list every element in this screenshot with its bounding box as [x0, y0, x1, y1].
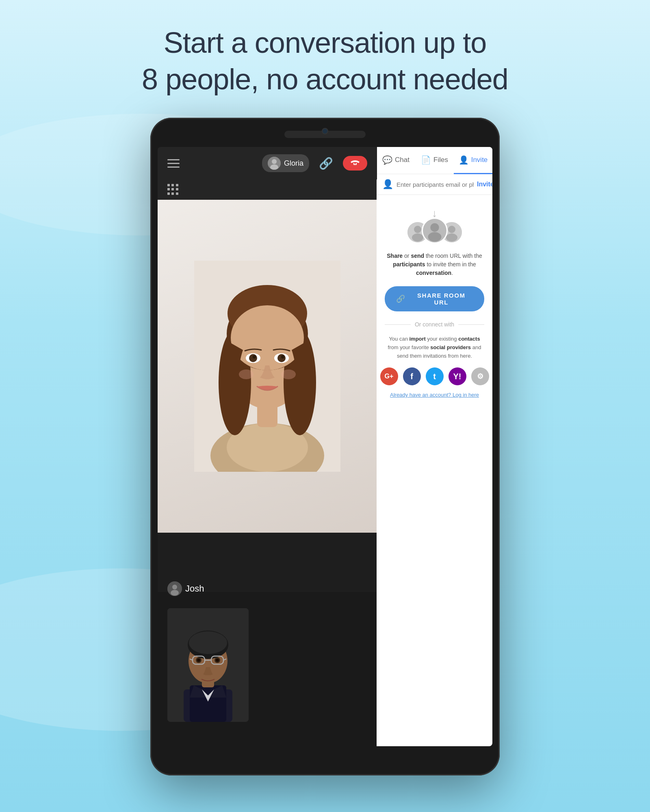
tab-invite[interactable]: 👤 Invite: [454, 147, 492, 174]
more-settings-icon[interactable]: ⚙: [471, 367, 489, 385]
josh-avatar-small: [167, 581, 182, 596]
svg-point-49: [448, 226, 455, 233]
participant-chip: Gloria: [262, 154, 309, 172]
person-circle-center: [422, 218, 448, 244]
share-url-button-label: SHARE ROOM URL: [410, 292, 473, 306]
svg-point-43: [414, 226, 421, 233]
josh-label: Josh: [167, 581, 204, 596]
headline-line1: Start a conversation up to: [0, 24, 650, 61]
sidebar-panel: 💬 Chat 📄 Files 👤 Invite 👤 Invite: [377, 147, 492, 746]
sidebar-tabs: 💬 Chat 📄 Files 👤 Invite: [377, 147, 492, 174]
tablet-device: Gloria 🔗: [150, 118, 500, 775]
tablet-camera: [322, 128, 328, 134]
invite-input-area: 👤 Invite: [377, 174, 492, 195]
svg-point-47: [428, 232, 441, 242]
or-connect-divider: Or connect with: [385, 321, 484, 328]
participant-avatar: [268, 157, 281, 170]
svg-point-17: [249, 354, 257, 362]
grid-row: [158, 179, 377, 200]
facebook-icon[interactable]: f: [403, 367, 421, 385]
svg-point-1: [272, 159, 277, 164]
login-link[interactable]: Already have an account? Log in here: [390, 392, 479, 398]
social-icons-row: G+ f t Y! ⚙: [380, 367, 489, 385]
svg-rect-3: [353, 163, 355, 165]
invite-content: ↓ Share or send the room URL with the pa…: [377, 195, 492, 746]
share-room-url-button[interactable]: 🔗 SHARE ROOM URL: [385, 286, 484, 311]
tablet-screen: Gloria 🔗: [158, 147, 492, 746]
svg-point-14: [231, 305, 304, 370]
svg-point-32: [189, 631, 227, 654]
main-video: [158, 200, 377, 533]
svg-point-41: [216, 659, 219, 662]
svg-point-24: [172, 585, 177, 590]
invite-description: Share or send the room URL with the part…: [385, 252, 484, 277]
woman-face: [158, 200, 377, 533]
svg-point-44: [412, 233, 423, 242]
topbar-right-controls: Gloria 🔗: [262, 154, 367, 172]
invite-submit-button[interactable]: Invite: [477, 181, 492, 188]
svg-point-19: [253, 355, 256, 358]
person-icon: 👤: [382, 179, 393, 190]
google-plus-icon[interactable]: G+: [380, 367, 398, 385]
headline-line2: 8 people, no account needed: [0, 61, 650, 97]
connect-description: You can import your existing contacts fr…: [385, 335, 484, 360]
svg-point-18: [277, 354, 286, 362]
people-illustration: ↓: [406, 207, 463, 244]
hamburger-menu-icon[interactable]: [167, 159, 180, 168]
headline: Start a conversation up to 8 people, no …: [0, 24, 650, 97]
chat-tab-icon: 💬: [382, 155, 392, 165]
svg-point-25: [171, 590, 179, 596]
participant-name: Gloria: [284, 159, 303, 168]
files-tab-label: Files: [433, 156, 448, 164]
invite-tab-label: Invite: [471, 156, 488, 164]
svg-point-46: [430, 223, 439, 232]
end-call-button[interactable]: [343, 156, 367, 171]
svg-rect-4: [355, 163, 357, 165]
tab-chat[interactable]: 💬 Chat: [377, 147, 415, 174]
josh-name-label: Josh: [185, 583, 204, 594]
svg-point-20: [281, 355, 284, 358]
video-panel: Gloria 🔗: [158, 147, 377, 746]
grid-view-icon[interactable]: [167, 184, 179, 195]
video-bottom-area: Josh: [158, 592, 377, 746]
tab-files[interactable]: 📄 Files: [415, 147, 454, 174]
josh-thumbnail: [167, 608, 249, 722]
video-topbar: Gloria 🔗: [158, 147, 377, 179]
invite-email-input[interactable]: [396, 181, 474, 188]
share-link-icon: 🔗: [396, 294, 406, 303]
invite-tab-icon: 👤: [459, 155, 469, 165]
svg-point-21: [239, 369, 254, 379]
chat-tab-label: Chat: [395, 156, 410, 164]
yahoo-icon[interactable]: Y!: [448, 367, 466, 385]
svg-point-22: [281, 369, 296, 379]
svg-point-40: [197, 659, 200, 662]
twitter-icon[interactable]: t: [426, 367, 444, 385]
or-connect-label: Or connect with: [415, 321, 454, 328]
svg-point-50: [446, 233, 457, 242]
link-icon[interactable]: 🔗: [319, 157, 333, 170]
files-tab-icon: 📄: [421, 155, 431, 165]
